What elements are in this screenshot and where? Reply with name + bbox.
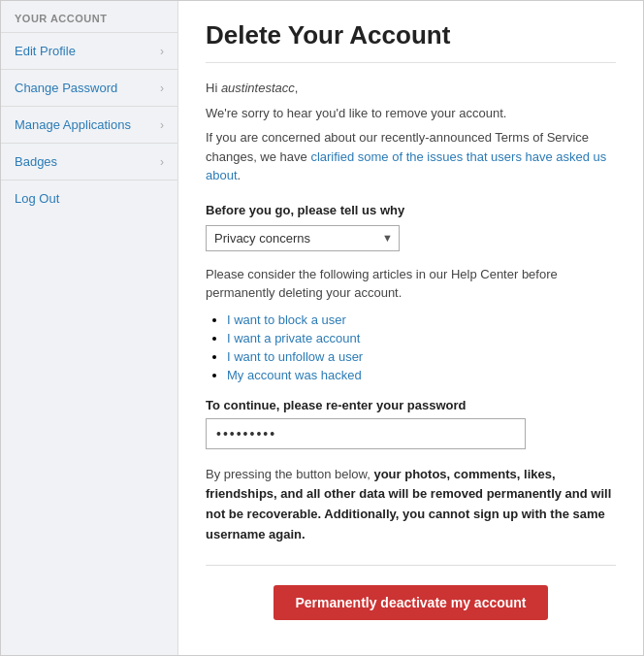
greeting-pre: Hi: [206, 81, 221, 95]
article-link-3[interactable]: My account was hacked: [227, 368, 362, 382]
password-label: To continue, please re-enter your passwo…: [206, 398, 616, 412]
sidebar-item-label: Log Out: [15, 191, 59, 206]
sidebar: YOUR ACCOUNT Edit Profile › Change Passw…: [1, 1, 178, 655]
chevron-right-icon: ›: [160, 45, 164, 58]
sidebar-item-label: Manage Applications: [15, 117, 131, 132]
sidebar-item-edit-profile[interactable]: Edit Profile ›: [1, 32, 177, 69]
article-link-1[interactable]: I want a private account: [227, 331, 360, 345]
tos-post: .: [238, 168, 242, 182]
list-item: I want a private account: [227, 331, 616, 345]
sorry-text: We're sorry to hear you'd like to remove…: [206, 104, 616, 123]
sidebar-item-change-password[interactable]: Change Password ›: [1, 69, 177, 106]
divider: [206, 565, 616, 566]
sidebar-header: YOUR ACCOUNT: [1, 1, 177, 32]
deactivate-button[interactable]: Permanently deactivate my account: [274, 585, 547, 620]
list-item: My account was hacked: [227, 368, 616, 382]
list-item: I want to block a user: [227, 312, 616, 327]
greeting-text: Hi austintestacc,: [206, 79, 616, 98]
sidebar-item-label: Badges: [15, 154, 57, 169]
greeting-post: ,: [295, 81, 299, 95]
reason-dropdown-wrapper[interactable]: Privacy concerns Too many emails Not use…: [206, 225, 400, 251]
button-wrapper: Permanently deactivate my account: [206, 581, 616, 620]
chevron-right-icon: ›: [160, 155, 164, 169]
sidebar-item-manage-applications[interactable]: Manage Applications ›: [1, 106, 177, 143]
tos-text: If you are concerned about our recently-…: [206, 128, 616, 185]
article-link-0[interactable]: I want to block a user: [227, 312, 346, 327]
chevron-right-icon: ›: [160, 118, 164, 132]
main-content: Delete Your Account Hi austintestacc, We…: [178, 1, 643, 655]
warning-pre: By pressing the button below,: [206, 467, 373, 481]
warning-text: By pressing the button below, your photo…: [206, 465, 616, 545]
list-item: I want to unfollow a user: [227, 349, 616, 364]
page-title: Delete Your Account: [206, 20, 616, 63]
app-window: YOUR ACCOUNT Edit Profile › Change Passw…: [0, 0, 644, 656]
sidebar-item-label: Edit Profile: [15, 44, 76, 58]
sidebar-item-label: Change Password: [15, 81, 117, 95]
article-link-2[interactable]: I want to unfollow a user: [227, 349, 363, 364]
username-text: austintestacc: [221, 81, 295, 95]
article-list: I want to block a user I want a private …: [206, 312, 616, 382]
password-input[interactable]: [206, 418, 526, 449]
help-text: Please consider the following articles i…: [206, 265, 616, 303]
sidebar-item-log-out[interactable]: Log Out: [1, 180, 177, 216]
sidebar-item-badges[interactable]: Badges ›: [1, 143, 177, 180]
reason-dropdown[interactable]: Privacy concerns Too many emails Not use…: [207, 226, 399, 250]
reason-label: Before you go, please tell us why: [206, 203, 616, 217]
chevron-right-icon: ›: [160, 82, 164, 95]
